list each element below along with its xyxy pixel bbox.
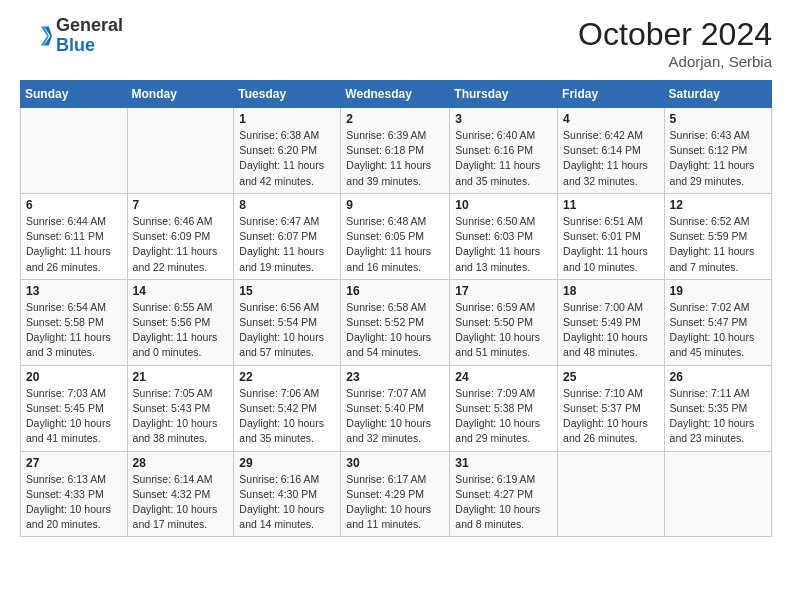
page: General Blue October 2024 Adorjan, Serbi… <box>0 0 792 612</box>
week-row-5: 27Sunrise: 6:13 AM Sunset: 4:33 PM Dayli… <box>21 451 772 537</box>
calendar-cell: 21Sunrise: 7:05 AM Sunset: 5:43 PM Dayli… <box>127 365 234 451</box>
day-number: 19 <box>670 284 766 298</box>
weekday-header-friday: Friday <box>558 81 665 108</box>
day-number: 17 <box>455 284 552 298</box>
day-info: Sunrise: 7:06 AM Sunset: 5:42 PM Dayligh… <box>239 386 335 447</box>
day-number: 2 <box>346 112 444 126</box>
calendar-cell: 1Sunrise: 6:38 AM Sunset: 6:20 PM Daylig… <box>234 108 341 194</box>
day-number: 29 <box>239 456 335 470</box>
day-info: Sunrise: 6:52 AM Sunset: 5:59 PM Dayligh… <box>670 214 766 275</box>
weekday-header-tuesday: Tuesday <box>234 81 341 108</box>
calendar-cell: 12Sunrise: 6:52 AM Sunset: 5:59 PM Dayli… <box>664 193 771 279</box>
calendar-cell <box>127 108 234 194</box>
calendar-cell: 26Sunrise: 7:11 AM Sunset: 5:35 PM Dayli… <box>664 365 771 451</box>
calendar-cell: 31Sunrise: 6:19 AM Sunset: 4:27 PM Dayli… <box>450 451 558 537</box>
calendar-cell: 14Sunrise: 6:55 AM Sunset: 5:56 PM Dayli… <box>127 279 234 365</box>
day-number: 1 <box>239 112 335 126</box>
calendar-cell: 16Sunrise: 6:58 AM Sunset: 5:52 PM Dayli… <box>341 279 450 365</box>
calendar-cell <box>21 108 128 194</box>
day-info: Sunrise: 7:10 AM Sunset: 5:37 PM Dayligh… <box>563 386 659 447</box>
day-info: Sunrise: 6:58 AM Sunset: 5:52 PM Dayligh… <box>346 300 444 361</box>
calendar-cell: 8Sunrise: 6:47 AM Sunset: 6:07 PM Daylig… <box>234 193 341 279</box>
calendar-cell: 7Sunrise: 6:46 AM Sunset: 6:09 PM Daylig… <box>127 193 234 279</box>
calendar-cell: 10Sunrise: 6:50 AM Sunset: 6:03 PM Dayli… <box>450 193 558 279</box>
logo: General Blue <box>20 16 123 56</box>
day-info: Sunrise: 7:03 AM Sunset: 5:45 PM Dayligh… <box>26 386 122 447</box>
day-number: 24 <box>455 370 552 384</box>
day-info: Sunrise: 7:00 AM Sunset: 5:49 PM Dayligh… <box>563 300 659 361</box>
day-number: 15 <box>239 284 335 298</box>
week-row-4: 20Sunrise: 7:03 AM Sunset: 5:45 PM Dayli… <box>21 365 772 451</box>
day-info: Sunrise: 6:40 AM Sunset: 6:16 PM Dayligh… <box>455 128 552 189</box>
weekday-header-thursday: Thursday <box>450 81 558 108</box>
day-info: Sunrise: 6:51 AM Sunset: 6:01 PM Dayligh… <box>563 214 659 275</box>
day-number: 28 <box>133 456 229 470</box>
calendar-cell: 9Sunrise: 6:48 AM Sunset: 6:05 PM Daylig… <box>341 193 450 279</box>
day-info: Sunrise: 6:17 AM Sunset: 4:29 PM Dayligh… <box>346 472 444 533</box>
day-info: Sunrise: 7:05 AM Sunset: 5:43 PM Dayligh… <box>133 386 229 447</box>
calendar-cell <box>558 451 665 537</box>
day-info: Sunrise: 7:09 AM Sunset: 5:38 PM Dayligh… <box>455 386 552 447</box>
day-info: Sunrise: 6:39 AM Sunset: 6:18 PM Dayligh… <box>346 128 444 189</box>
day-info: Sunrise: 6:48 AM Sunset: 6:05 PM Dayligh… <box>346 214 444 275</box>
day-number: 5 <box>670 112 766 126</box>
week-row-2: 6Sunrise: 6:44 AM Sunset: 6:11 PM Daylig… <box>21 193 772 279</box>
day-info: Sunrise: 6:13 AM Sunset: 4:33 PM Dayligh… <box>26 472 122 533</box>
calendar-cell: 28Sunrise: 6:14 AM Sunset: 4:32 PM Dayli… <box>127 451 234 537</box>
day-info: Sunrise: 6:14 AM Sunset: 4:32 PM Dayligh… <box>133 472 229 533</box>
day-number: 9 <box>346 198 444 212</box>
day-info: Sunrise: 6:44 AM Sunset: 6:11 PM Dayligh… <box>26 214 122 275</box>
day-number: 27 <box>26 456 122 470</box>
calendar-cell: 3Sunrise: 6:40 AM Sunset: 6:16 PM Daylig… <box>450 108 558 194</box>
day-info: Sunrise: 6:38 AM Sunset: 6:20 PM Dayligh… <box>239 128 335 189</box>
calendar-cell: 27Sunrise: 6:13 AM Sunset: 4:33 PM Dayli… <box>21 451 128 537</box>
day-number: 20 <box>26 370 122 384</box>
day-number: 12 <box>670 198 766 212</box>
month-title: October 2024 <box>578 16 772 53</box>
calendar-cell: 4Sunrise: 6:42 AM Sunset: 6:14 PM Daylig… <box>558 108 665 194</box>
day-number: 11 <box>563 198 659 212</box>
day-number: 8 <box>239 198 335 212</box>
day-number: 31 <box>455 456 552 470</box>
calendar-cell: 11Sunrise: 6:51 AM Sunset: 6:01 PM Dayli… <box>558 193 665 279</box>
title-block: October 2024 Adorjan, Serbia <box>578 16 772 70</box>
calendar-cell: 19Sunrise: 7:02 AM Sunset: 5:47 PM Dayli… <box>664 279 771 365</box>
week-row-1: 1Sunrise: 6:38 AM Sunset: 6:20 PM Daylig… <box>21 108 772 194</box>
logo-general: General <box>56 15 123 35</box>
logo-text: General Blue <box>56 16 123 56</box>
day-number: 26 <box>670 370 766 384</box>
day-info: Sunrise: 6:47 AM Sunset: 6:07 PM Dayligh… <box>239 214 335 275</box>
day-info: Sunrise: 7:11 AM Sunset: 5:35 PM Dayligh… <box>670 386 766 447</box>
day-number: 23 <box>346 370 444 384</box>
calendar-cell: 24Sunrise: 7:09 AM Sunset: 5:38 PM Dayli… <box>450 365 558 451</box>
day-info: Sunrise: 6:19 AM Sunset: 4:27 PM Dayligh… <box>455 472 552 533</box>
day-number: 18 <box>563 284 659 298</box>
day-info: Sunrise: 6:43 AM Sunset: 6:12 PM Dayligh… <box>670 128 766 189</box>
weekday-header-monday: Monday <box>127 81 234 108</box>
day-number: 3 <box>455 112 552 126</box>
calendar-cell: 25Sunrise: 7:10 AM Sunset: 5:37 PM Dayli… <box>558 365 665 451</box>
calendar-cell: 29Sunrise: 6:16 AM Sunset: 4:30 PM Dayli… <box>234 451 341 537</box>
calendar-cell: 18Sunrise: 7:00 AM Sunset: 5:49 PM Dayli… <box>558 279 665 365</box>
logo-icon <box>20 20 52 52</box>
day-info: Sunrise: 7:07 AM Sunset: 5:40 PM Dayligh… <box>346 386 444 447</box>
day-number: 7 <box>133 198 229 212</box>
day-info: Sunrise: 6:59 AM Sunset: 5:50 PM Dayligh… <box>455 300 552 361</box>
day-info: Sunrise: 6:54 AM Sunset: 5:58 PM Dayligh… <box>26 300 122 361</box>
calendar-table: SundayMondayTuesdayWednesdayThursdayFrid… <box>20 80 772 537</box>
day-number: 4 <box>563 112 659 126</box>
calendar-cell: 2Sunrise: 6:39 AM Sunset: 6:18 PM Daylig… <box>341 108 450 194</box>
day-number: 6 <box>26 198 122 212</box>
day-number: 22 <box>239 370 335 384</box>
header: General Blue October 2024 Adorjan, Serbi… <box>20 16 772 70</box>
weekday-header-saturday: Saturday <box>664 81 771 108</box>
weekday-header-wednesday: Wednesday <box>341 81 450 108</box>
calendar-cell <box>664 451 771 537</box>
day-info: Sunrise: 6:16 AM Sunset: 4:30 PM Dayligh… <box>239 472 335 533</box>
location-subtitle: Adorjan, Serbia <box>578 53 772 70</box>
calendar-cell: 30Sunrise: 6:17 AM Sunset: 4:29 PM Dayli… <box>341 451 450 537</box>
weekday-header-sunday: Sunday <box>21 81 128 108</box>
day-info: Sunrise: 7:02 AM Sunset: 5:47 PM Dayligh… <box>670 300 766 361</box>
logo-blue: Blue <box>56 35 95 55</box>
calendar-cell: 15Sunrise: 6:56 AM Sunset: 5:54 PM Dayli… <box>234 279 341 365</box>
